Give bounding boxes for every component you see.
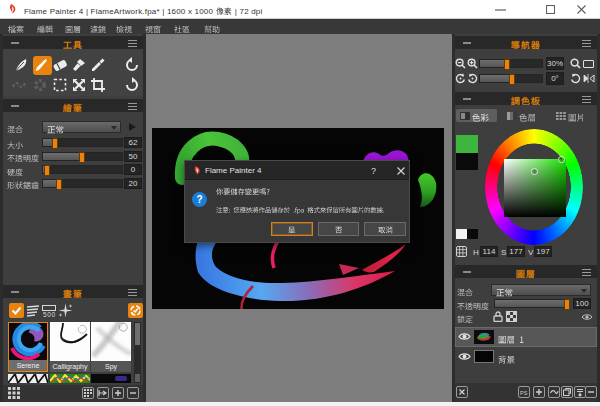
svg-text:PS: PS <box>520 390 528 396</box>
svg-text:500: 500 <box>43 311 55 318</box>
